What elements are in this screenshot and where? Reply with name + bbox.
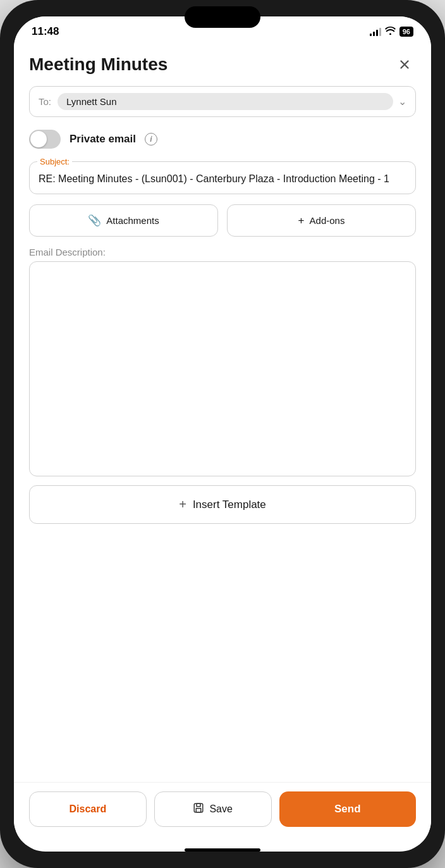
insert-template-button[interactable]: + Insert Template [29,485,416,524]
content-area: To: Lynnett Sun ⌄ Private email i Subjec… [14,86,431,782]
subject-label: Subject: [37,157,72,166]
subject-field[interactable]: Subject: RE: Meeting Minutes - (Lsun001)… [29,161,416,194]
insert-plus-icon: + [179,497,186,512]
addons-button[interactable]: + Add-ons [227,204,416,237]
save-button[interactable]: Save [154,791,272,827]
insert-template-label: Insert Template [193,499,266,511]
email-description-input[interactable] [29,261,416,476]
email-description-label: Email Description: [29,247,416,257]
home-indicator [185,848,260,852]
modal-title: Meeting Minutes [29,54,168,75]
to-label: To: [39,96,51,107]
private-email-label: Private email [70,133,136,146]
bottom-action-bar: Discard Save Send [14,782,431,845]
discard-button[interactable]: Discard [29,791,147,827]
toggle-thumb [30,131,47,147]
svg-rect-4 [197,809,202,812]
info-icon[interactable]: i [145,133,157,146]
signal-icon [370,27,381,36]
svg-rect-3 [197,803,200,807]
action-buttons: 📎 Attachments + Add-ons [29,204,416,237]
close-button[interactable] [393,53,416,76]
battery-icon: 96 [399,27,413,37]
to-field[interactable]: To: Lynnett Sun ⌄ [29,86,416,117]
dynamic-island [185,6,260,28]
private-email-toggle[interactable] [29,130,61,149]
plus-icon: + [298,214,305,227]
attachments-label: Attachments [106,215,159,226]
status-time: 11:48 [32,25,59,38]
private-email-row: Private email i [29,127,416,151]
recipient-chip[interactable]: Lynnett Sun [58,93,393,110]
attachments-button[interactable]: 📎 Attachments [29,204,218,237]
phone-frame: 11:48 96 Meeting Minutes [0,0,445,868]
modal-header: Meeting Minutes [14,43,431,86]
paperclip-icon: 📎 [88,214,101,227]
save-label: Save [209,803,232,815]
save-icon [193,802,204,816]
status-icons: 96 [370,27,413,37]
wifi-icon [385,27,396,37]
send-button[interactable]: Send [279,791,417,827]
addons-label: Add-ons [310,215,345,226]
chevron-down-icon[interactable]: ⌄ [398,96,406,108]
phone-screen: 11:48 96 Meeting Minutes [14,16,431,852]
subject-value: RE: Meeting Minutes - (Lsun001) - Canter… [39,172,406,186]
